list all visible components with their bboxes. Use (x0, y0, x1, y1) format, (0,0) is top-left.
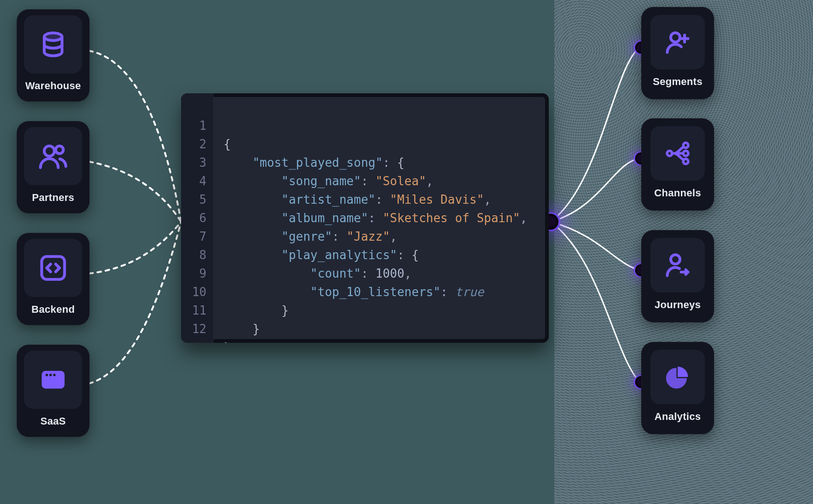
database-icon (24, 15, 82, 73)
svg-point-13 (671, 255, 680, 264)
person-plus-icon (650, 15, 705, 69)
source-label: Warehouse (25, 80, 81, 96)
dest-label: Journeys (655, 299, 701, 315)
svg-point-0 (44, 33, 62, 41)
svg-point-1 (44, 146, 55, 156)
code-box-icon (24, 239, 82, 297)
dest-label: Channels (654, 187, 701, 203)
source-card-backend[interactable]: Backend (17, 233, 90, 325)
dest-label: Segments (653, 76, 703, 91)
dest-card-channels[interactable]: Channels (641, 118, 714, 211)
source-label: Partners (32, 192, 74, 207)
line-gutter: 123456 789101112 (181, 93, 213, 343)
svg-point-2 (56, 146, 64, 154)
dest-card-analytics[interactable]: Analytics (641, 342, 714, 434)
dest-card-journeys[interactable]: Journeys (641, 230, 714, 322)
source-card-saas[interactable]: SaaS (17, 345, 90, 437)
source-card-partners[interactable]: Partners (17, 121, 90, 213)
code-panel: 123456 789101112 { "most_played_song": {… (181, 93, 549, 343)
person-arrow-icon (650, 238, 705, 292)
svg-point-5 (46, 374, 49, 376)
svg-point-7 (53, 374, 56, 376)
people-icon (24, 127, 82, 185)
code-body: { "most_played_song": { "song_name": "So… (213, 93, 527, 343)
source-label: Backend (31, 304, 75, 319)
network-icon (650, 126, 705, 181)
source-label: SaaS (40, 415, 66, 431)
svg-point-6 (49, 374, 52, 376)
browser-icon (24, 351, 82, 409)
pie-chart-icon (650, 350, 705, 404)
dest-label: Analytics (655, 411, 701, 426)
svg-rect-3 (42, 256, 65, 279)
svg-point-8 (671, 33, 680, 42)
source-card-warehouse[interactable]: Warehouse (17, 9, 90, 102)
svg-rect-4 (42, 371, 65, 389)
dest-card-segments[interactable]: Segments (641, 7, 714, 99)
